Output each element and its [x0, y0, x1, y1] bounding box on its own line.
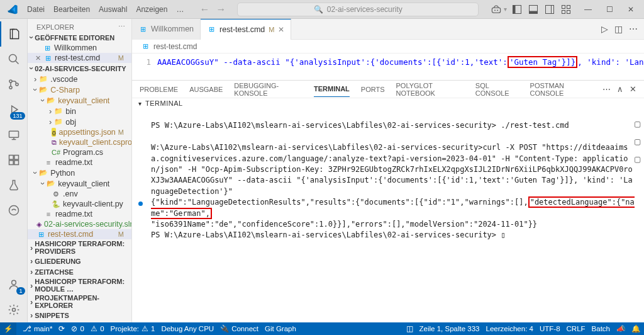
command-center-text: 02-ai-services-security — [327, 5, 402, 14]
status-branch[interactable]: ⎇ main* — [23, 324, 52, 333]
command-center[interactable]: 🔍 02-ai-services-security — [237, 3, 479, 16]
activity-account-icon[interactable]: 1 — [0, 272, 28, 297]
explorer-more-icon[interactable]: ⋯ — [118, 23, 125, 31]
terminal-output[interactable]: PS W:\Azure-Labs\AI102\mslearn-ai-servic… — [132, 108, 644, 322]
workspace-section[interactable]: 02-AI-SERVICES-SECURITY — [28, 63, 131, 74]
layout-customize-icon[interactable] — [560, 3, 572, 16]
tree-readme2[interactable]: ≡readme.txt — [28, 209, 131, 219]
code-editor[interactable]: 1 AAAEACOGGsuY" --data-ascii "{'analysis… — [132, 54, 644, 80]
tree-keyvault-client[interactable]: 📂keyvault_client — [28, 95, 131, 106]
layout-right-icon[interactable] — [543, 3, 556, 16]
menu-selection[interactable]: Auswahl — [94, 3, 131, 16]
activity-search-icon[interactable] — [0, 47, 28, 72]
status-encoding[interactable]: UTF-8 — [540, 325, 560, 332]
panel-maximize-icon[interactable]: ∧ — [617, 81, 623, 98]
terminal-header[interactable]: ▾ TERMINAL — [132, 98, 644, 108]
menu-more[interactable]: … — [172, 3, 188, 16]
panel-tab-ports[interactable]: PORTS — [361, 82, 385, 97]
status-eol[interactable]: CRLF — [567, 325, 586, 332]
tree-keyvault-client-pyfile[interactable]: 🐍keyvault-client.py — [28, 199, 131, 209]
explorer-title: EXPLORER — [36, 23, 74, 31]
editor-more-icon[interactable]: ⋯ — [629, 24, 638, 34]
copilot-icon[interactable] — [490, 3, 502, 16]
terminal-pwsh-icon[interactable]: ▢ — [634, 120, 641, 128]
tree-csproj[interactable]: ⧉keyvault_client.csprojM — [28, 137, 131, 147]
status-remote-icon[interactable]: ⚡ — [0, 322, 16, 335]
status-feedback-icon[interactable]: 📣 — [616, 324, 625, 333]
activity-settings-icon[interactable] — [0, 297, 28, 322]
section-zeitachse[interactable]: ZEITACHSE — [28, 266, 131, 277]
layout-bottom-icon[interactable] — [527, 3, 540, 16]
status-connect[interactable]: 🔌 Connect — [220, 324, 258, 333]
section-hashicorp-module[interactable]: HASHICORP TERRAFORM: MODULE … — [28, 277, 131, 293]
activity-remote-icon[interactable] — [0, 122, 28, 147]
section-hashicorp-providers[interactable]: HASHICORP TERRAFORM: PROVIDERS — [28, 239, 131, 256]
svg-point-2 — [497, 9, 498, 11]
tree-readme1[interactable]: ≡readme.txt — [28, 157, 131, 168]
editor-group: ⊞Willkommen ⊞rest-test.cmdM✕ ▷ ◫ ⋯ ⊞rest… — [132, 19, 644, 322]
panel-more-icon[interactable]: ⋯ — [602, 81, 611, 98]
menu-view[interactable]: Anzeigen — [131, 3, 172, 16]
window-minimize-icon[interactable]: — — [577, 1, 599, 18]
open-editors-section[interactable]: GEÖFFNETE EDITOREN — [28, 32, 131, 43]
panel-tab-polyglot[interactable]: POLYGLOT NOTEBOOK — [396, 78, 464, 101]
tree-rest-test[interactable]: ⊞rest-test.cmdM — [28, 229, 131, 239]
tree-obj[interactable]: 📁obj — [28, 116, 131, 127]
breadcrumb[interactable]: ⊞rest-test.cmd — [132, 40, 644, 54]
panel-tab-probleme[interactable]: PROBLEME — [140, 82, 178, 97]
activity-source-control-icon[interactable] — [0, 72, 28, 97]
terminal-pwsh-icon-2[interactable]: ▢ — [634, 137, 641, 146]
section-projektmappen[interactable]: PROJEKTMAPPEN-EXPLORER — [28, 293, 131, 310]
panel-tab-debug[interactable]: DEBUGGING-KONSOLE — [234, 78, 303, 101]
status-bell-icon[interactable]: 🔔 — [631, 324, 640, 333]
activity-debug-icon[interactable]: 131 — [0, 97, 28, 122]
tab-rest-test[interactable]: ⊞rest-test.cmdM✕ — [201, 19, 291, 40]
status-debug-config[interactable]: Debug Any CPU — [161, 325, 214, 332]
panel-tab-ausgabe[interactable]: AUSGABE — [189, 82, 223, 97]
svg-rect-12 — [567, 10, 570, 13]
panel-tab-postman[interactable]: POSTMAN CONSOLE — [530, 78, 591, 101]
tree-keyvault-client-py[interactable]: 📂keyvault_client — [28, 178, 131, 189]
activity-extensions-icon[interactable] — [0, 147, 28, 173]
panel-tab-sql[interactable]: SQL CONSOLE — [475, 78, 519, 101]
status-indent[interactable]: Leerzeichen: 4 — [486, 325, 533, 332]
tree-python[interactable]: 📂Python — [28, 168, 131, 178]
open-editor-rest-test[interactable]: ✕⊞rest-test.cmdM — [28, 53, 131, 63]
panel-close-icon[interactable]: ✕ — [630, 81, 636, 98]
window-maximize-icon[interactable]: ☐ — [599, 1, 620, 18]
status-layout-icon[interactable]: ◫ — [406, 324, 413, 333]
status-gitgraph[interactable]: Git Graph — [265, 325, 296, 332]
activity-explorer-icon[interactable] — [0, 21, 28, 47]
status-sync-icon[interactable]: ⟳ — [58, 324, 65, 333]
tree-sln[interactable]: ◈02-ai-services-security.slnU — [28, 219, 131, 229]
nav-back-icon[interactable]: ← — [199, 4, 209, 15]
activity-test-icon[interactable] — [0, 173, 28, 198]
sidebar-explorer: EXPLORER ⋯ GEÖFFNETE EDITOREN ⊞Willkomme… — [28, 19, 132, 322]
tree-csharp[interactable]: 📂C-Sharp — [28, 84, 131, 95]
status-language[interactable]: Batch — [592, 325, 610, 332]
layout-left-icon[interactable] — [511, 3, 523, 16]
window-close-icon[interactable]: ✕ — [620, 1, 641, 18]
section-snippets[interactable]: SNIPPETS — [28, 310, 131, 321]
status-cursor-pos[interactable]: Zeile 1, Spalte 333 — [419, 325, 480, 332]
open-editor-welcome[interactable]: ⊞Willkommen — [28, 43, 131, 53]
panel-tab-terminal[interactable]: TERMINAL — [314, 81, 350, 97]
tree-appsettings[interactable]: {}appsettings.jsonM — [28, 127, 131, 137]
status-projects[interactable]: Projekte: ⚠ 1 — [111, 324, 155, 333]
tree-vscode[interactable]: 📁.vscode — [28, 74, 131, 84]
tab-close-icon[interactable]: ✕ — [278, 25, 284, 34]
nav-forward-icon[interactable]: → — [216, 4, 226, 15]
tree-programcs[interactable]: C#Program.cs — [28, 147, 131, 157]
menu-file[interactable]: Datei — [23, 3, 49, 16]
terminal-pwsh-icon-3[interactable]: ▢ — [634, 155, 641, 164]
activity-postman-icon[interactable] — [0, 198, 28, 223]
menu-edit[interactable]: Bearbeiten — [49, 3, 94, 16]
svg-rect-9 — [562, 5, 565, 8]
tree-env[interactable]: ⚙.env — [28, 189, 131, 199]
status-problems[interactable]: ⊘ 0 ⚠ 0 — [71, 324, 104, 333]
section-gliederung[interactable]: GLIEDERUNG — [28, 256, 131, 266]
editor-split-icon[interactable]: ◫ — [614, 24, 623, 34]
editor-run-icon[interactable]: ▷ — [601, 24, 608, 34]
tab-welcome[interactable]: ⊞Willkommen — [132, 19, 201, 40]
tree-bin[interactable]: 📁bin — [28, 106, 131, 116]
